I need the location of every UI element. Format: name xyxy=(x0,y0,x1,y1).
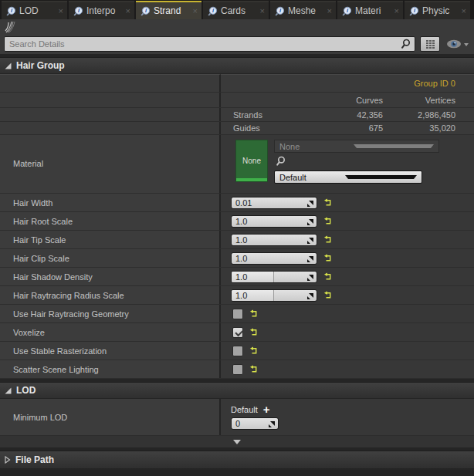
hair-raytracing-radius-scale-input[interactable]: 1.0 xyxy=(231,289,317,302)
drag-slider-icon xyxy=(306,218,314,226)
tab-interpolation[interactable]: i Interpo × xyxy=(69,1,134,19)
section-title: File Path xyxy=(15,454,54,465)
hair-shadow-density-input[interactable]: 1.0 xyxy=(231,271,317,283)
guides-stat-row: Guides 675 35,020 xyxy=(0,122,474,135)
reset-to-default-icon[interactable] xyxy=(249,309,258,318)
drag-slider-icon xyxy=(306,255,314,263)
property-label: Hair Clip Scale xyxy=(0,254,69,263)
scatter-scene-lighting-row: Scatter Scene Lighting xyxy=(0,360,474,379)
material-slot-dropdown[interactable]: Default xyxy=(274,170,422,184)
close-icon[interactable]: × xyxy=(460,6,468,15)
add-icon[interactable]: + xyxy=(263,405,270,414)
property-value: 1.0 xyxy=(232,272,274,282)
property-value: 1.0 xyxy=(232,235,247,245)
view-options-button[interactable] xyxy=(446,39,470,49)
voxelize-checkbox[interactable] xyxy=(232,327,243,338)
tab-label: Materi xyxy=(355,5,390,16)
close-icon[interactable]: × xyxy=(57,6,65,15)
property-label: Hair Raytracing Radius Scale xyxy=(0,291,124,300)
property-label: Hair Tip Scale xyxy=(0,235,66,245)
strands-stat-row: Strands 42,356 2,986,450 xyxy=(0,108,474,122)
property-label: Voxelize xyxy=(0,328,45,337)
close-icon[interactable]: × xyxy=(191,6,199,15)
use-hair-raytracing-geometry-checkbox[interactable] xyxy=(232,309,243,319)
toolbar-row xyxy=(0,19,474,34)
property-label: Use Stable Rasterization xyxy=(0,346,107,356)
browse-asset-icon[interactable] xyxy=(276,156,286,167)
drag-slider-icon xyxy=(268,420,276,428)
material-asset-combobox[interactable]: None xyxy=(274,140,439,153)
property-value: 1.0 xyxy=(232,217,247,226)
show-advanced-expander[interactable] xyxy=(0,436,474,448)
hair-clip-scale-input[interactable]: 1.0 xyxy=(231,252,317,265)
display-filter-button[interactable] xyxy=(420,36,440,52)
section-header-lod[interactable]: LOD xyxy=(0,382,474,399)
tab-physics[interactable]: i Physic × xyxy=(405,1,470,19)
minimum-lod-row: Minimum LOD Default + 0 xyxy=(0,399,474,436)
details-info-icon: i xyxy=(275,6,285,16)
voxelize-row: Voxelize xyxy=(0,323,474,342)
section-title: LOD xyxy=(16,385,36,396)
hair-root-scale-input[interactable]: 1.0 xyxy=(231,215,317,228)
details-info-icon: i xyxy=(141,6,151,16)
use-stable-rasterization-checkbox[interactable] xyxy=(232,346,243,356)
close-icon[interactable]: × xyxy=(124,6,132,15)
strands-curves-value: 42,356 xyxy=(298,110,383,120)
property-value: 0 xyxy=(232,419,240,428)
section-header-file-path[interactable]: File Path xyxy=(0,451,474,469)
curves-column-header: Curves xyxy=(298,96,383,105)
close-icon[interactable]: × xyxy=(259,6,266,15)
reset-to-default-icon[interactable] xyxy=(323,217,332,225)
tab-label: Physic xyxy=(422,5,457,16)
section-header-hair-group[interactable]: Hair Group xyxy=(0,57,474,74)
close-icon[interactable]: × xyxy=(393,6,401,15)
grid-icon xyxy=(425,39,435,49)
hair-shadow-density-row: Hair Shadow Density 1.0 xyxy=(0,268,474,286)
material-row: Material None None Default xyxy=(0,135,474,194)
material-asset-value: None xyxy=(279,142,354,151)
hair-root-scale-row: Hair Root Scale 1.0 xyxy=(0,212,474,231)
use-stable-rasterization-row: Use Stable Rasterization xyxy=(0,342,474,360)
strands-label: Strands xyxy=(221,110,298,120)
drag-slider-icon xyxy=(306,200,314,208)
tab-lod[interactable]: i LOD × xyxy=(2,1,67,19)
tab-label: Strand xyxy=(154,5,188,16)
expanded-arrow-icon xyxy=(5,387,12,394)
reset-to-default-icon[interactable] xyxy=(249,365,258,373)
material-thumbnail-color-strip xyxy=(236,178,267,181)
tab-materials[interactable]: i Materi × xyxy=(337,1,403,19)
tab-label: Meshe xyxy=(288,5,323,16)
material-thumbnail[interactable]: None xyxy=(235,140,268,182)
close-icon[interactable]: × xyxy=(326,6,333,15)
details-info-icon: i xyxy=(342,6,352,16)
collapsed-arrow-icon xyxy=(5,456,11,464)
minimum-lod-label: Minimum LOD xyxy=(0,413,67,422)
material-thumbnail-label: None xyxy=(242,157,261,165)
property-value: 1.0 xyxy=(232,254,247,263)
details-info-icon: i xyxy=(409,6,419,16)
tab-cards[interactable]: i Cards × xyxy=(203,1,269,19)
reset-to-default-icon[interactable] xyxy=(249,328,258,336)
reset-to-default-icon[interactable] xyxy=(323,198,332,207)
tab-label: Interpo xyxy=(86,5,121,16)
search-input[interactable] xyxy=(4,36,415,52)
reset-to-default-icon[interactable] xyxy=(323,291,332,299)
hair-width-input[interactable]: 0.01 xyxy=(231,197,317,209)
stats-header-row: Curves Vertices xyxy=(0,93,474,108)
reset-to-default-icon[interactable] xyxy=(249,346,258,355)
expanded-arrow-icon xyxy=(5,62,12,69)
minimum-lod-default-label: Default xyxy=(231,405,258,414)
hair-tip-scale-input[interactable]: 1.0 xyxy=(231,234,317,246)
reset-to-default-icon[interactable] xyxy=(323,235,332,244)
scatter-scene-lighting-checkbox[interactable] xyxy=(232,364,243,375)
reset-to-default-icon[interactable] xyxy=(323,254,332,262)
guides-label: Guides xyxy=(221,123,298,133)
minimum-lod-input[interactable]: 0 xyxy=(231,417,279,430)
reset-to-default-icon[interactable] xyxy=(323,272,332,281)
tab-meshes[interactable]: i Meshe × xyxy=(270,1,336,19)
group-id-label: Group ID 0 xyxy=(221,79,474,88)
tab-strand[interactable]: i Strand × xyxy=(136,1,201,19)
eye-icon xyxy=(446,39,462,49)
chevron-down-icon xyxy=(233,440,241,448)
strands-vertices-value: 2,986,450 xyxy=(383,110,474,120)
